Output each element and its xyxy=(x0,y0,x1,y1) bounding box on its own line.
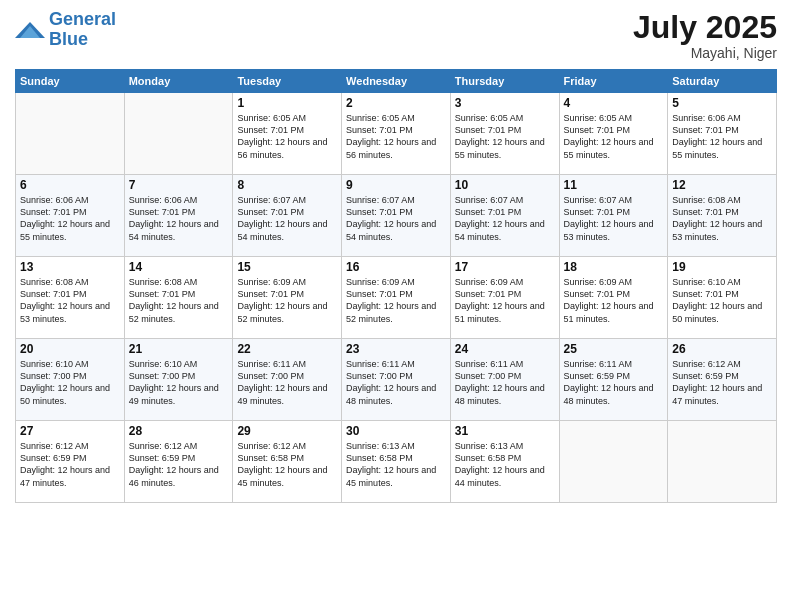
day-number: 20 xyxy=(20,342,120,356)
day-number: 19 xyxy=(672,260,772,274)
day-number: 2 xyxy=(346,96,446,110)
calendar-cell: 13Sunrise: 6:08 AM Sunset: 7:01 PM Dayli… xyxy=(16,257,125,339)
day-info: Sunrise: 6:08 AM Sunset: 7:01 PM Dayligh… xyxy=(20,276,120,325)
day-number: 13 xyxy=(20,260,120,274)
calendar-cell: 30Sunrise: 6:13 AM Sunset: 6:58 PM Dayli… xyxy=(342,421,451,503)
calendar-cell: 22Sunrise: 6:11 AM Sunset: 7:00 PM Dayli… xyxy=(233,339,342,421)
day-number: 16 xyxy=(346,260,446,274)
day-number: 3 xyxy=(455,96,555,110)
day-number: 4 xyxy=(564,96,664,110)
logo-text: General Blue xyxy=(49,10,116,50)
calendar-cell: 14Sunrise: 6:08 AM Sunset: 7:01 PM Dayli… xyxy=(124,257,233,339)
day-number: 26 xyxy=(672,342,772,356)
day-number: 11 xyxy=(564,178,664,192)
day-info: Sunrise: 6:11 AM Sunset: 7:00 PM Dayligh… xyxy=(237,358,337,407)
day-number: 25 xyxy=(564,342,664,356)
calendar-cell: 4Sunrise: 6:05 AM Sunset: 7:01 PM Daylig… xyxy=(559,93,668,175)
day-number: 8 xyxy=(237,178,337,192)
calendar-cell: 31Sunrise: 6:13 AM Sunset: 6:58 PM Dayli… xyxy=(450,421,559,503)
day-number: 24 xyxy=(455,342,555,356)
calendar-cell: 27Sunrise: 6:12 AM Sunset: 6:59 PM Dayli… xyxy=(16,421,125,503)
col-wednesday: Wednesday xyxy=(342,70,451,93)
day-info: Sunrise: 6:11 AM Sunset: 6:59 PM Dayligh… xyxy=(564,358,664,407)
day-info: Sunrise: 6:09 AM Sunset: 7:01 PM Dayligh… xyxy=(455,276,555,325)
month-year: July 2025 xyxy=(633,10,777,45)
calendar-cell: 16Sunrise: 6:09 AM Sunset: 7:01 PM Dayli… xyxy=(342,257,451,339)
calendar-cell: 23Sunrise: 6:11 AM Sunset: 7:00 PM Dayli… xyxy=(342,339,451,421)
calendar-cell: 19Sunrise: 6:10 AM Sunset: 7:01 PM Dayli… xyxy=(668,257,777,339)
day-number: 12 xyxy=(672,178,772,192)
calendar-cell: 24Sunrise: 6:11 AM Sunset: 7:00 PM Dayli… xyxy=(450,339,559,421)
calendar-cell: 21Sunrise: 6:10 AM Sunset: 7:00 PM Dayli… xyxy=(124,339,233,421)
day-info: Sunrise: 6:05 AM Sunset: 7:01 PM Dayligh… xyxy=(564,112,664,161)
calendar-cell: 8Sunrise: 6:07 AM Sunset: 7:01 PM Daylig… xyxy=(233,175,342,257)
day-info: Sunrise: 6:12 AM Sunset: 6:59 PM Dayligh… xyxy=(129,440,229,489)
calendar-cell: 5Sunrise: 6:06 AM Sunset: 7:01 PM Daylig… xyxy=(668,93,777,175)
day-number: 17 xyxy=(455,260,555,274)
day-info: Sunrise: 6:07 AM Sunset: 7:01 PM Dayligh… xyxy=(564,194,664,243)
calendar-cell: 17Sunrise: 6:09 AM Sunset: 7:01 PM Dayli… xyxy=(450,257,559,339)
day-number: 15 xyxy=(237,260,337,274)
day-info: Sunrise: 6:09 AM Sunset: 7:01 PM Dayligh… xyxy=(564,276,664,325)
title-block: July 2025 Mayahi, Niger xyxy=(633,10,777,61)
day-info: Sunrise: 6:07 AM Sunset: 7:01 PM Dayligh… xyxy=(346,194,446,243)
calendar-cell: 12Sunrise: 6:08 AM Sunset: 7:01 PM Dayli… xyxy=(668,175,777,257)
day-number: 30 xyxy=(346,424,446,438)
calendar-cell xyxy=(16,93,125,175)
day-info: Sunrise: 6:11 AM Sunset: 7:00 PM Dayligh… xyxy=(346,358,446,407)
logo-icon xyxy=(15,18,45,42)
day-info: Sunrise: 6:12 AM Sunset: 6:59 PM Dayligh… xyxy=(672,358,772,407)
day-info: Sunrise: 6:09 AM Sunset: 7:01 PM Dayligh… xyxy=(237,276,337,325)
calendar-cell: 6Sunrise: 6:06 AM Sunset: 7:01 PM Daylig… xyxy=(16,175,125,257)
day-info: Sunrise: 6:11 AM Sunset: 7:00 PM Dayligh… xyxy=(455,358,555,407)
day-number: 27 xyxy=(20,424,120,438)
day-number: 21 xyxy=(129,342,229,356)
calendar-cell: 9Sunrise: 6:07 AM Sunset: 7:01 PM Daylig… xyxy=(342,175,451,257)
day-info: Sunrise: 6:07 AM Sunset: 7:01 PM Dayligh… xyxy=(455,194,555,243)
col-thursday: Thursday xyxy=(450,70,559,93)
calendar-cell: 3Sunrise: 6:05 AM Sunset: 7:01 PM Daylig… xyxy=(450,93,559,175)
day-info: Sunrise: 6:08 AM Sunset: 7:01 PM Dayligh… xyxy=(129,276,229,325)
calendar-cell xyxy=(124,93,233,175)
day-info: Sunrise: 6:12 AM Sunset: 6:59 PM Dayligh… xyxy=(20,440,120,489)
day-info: Sunrise: 6:06 AM Sunset: 7:01 PM Dayligh… xyxy=(20,194,120,243)
location: Mayahi, Niger xyxy=(633,45,777,61)
col-tuesday: Tuesday xyxy=(233,70,342,93)
col-friday: Friday xyxy=(559,70,668,93)
header: General Blue July 2025 Mayahi, Niger xyxy=(15,10,777,61)
day-info: Sunrise: 6:07 AM Sunset: 7:01 PM Dayligh… xyxy=(237,194,337,243)
calendar-week-2: 6Sunrise: 6:06 AM Sunset: 7:01 PM Daylig… xyxy=(16,175,777,257)
day-info: Sunrise: 6:06 AM Sunset: 7:01 PM Dayligh… xyxy=(129,194,229,243)
calendar-header: Sunday Monday Tuesday Wednesday Thursday… xyxy=(16,70,777,93)
calendar-cell: 20Sunrise: 6:10 AM Sunset: 7:00 PM Dayli… xyxy=(16,339,125,421)
day-number: 10 xyxy=(455,178,555,192)
day-info: Sunrise: 6:10 AM Sunset: 7:01 PM Dayligh… xyxy=(672,276,772,325)
day-info: Sunrise: 6:12 AM Sunset: 6:58 PM Dayligh… xyxy=(237,440,337,489)
day-number: 5 xyxy=(672,96,772,110)
day-number: 9 xyxy=(346,178,446,192)
col-saturday: Saturday xyxy=(668,70,777,93)
day-info: Sunrise: 6:08 AM Sunset: 7:01 PM Dayligh… xyxy=(672,194,772,243)
header-row: Sunday Monday Tuesday Wednesday Thursday… xyxy=(16,70,777,93)
calendar-cell: 15Sunrise: 6:09 AM Sunset: 7:01 PM Dayli… xyxy=(233,257,342,339)
day-number: 14 xyxy=(129,260,229,274)
day-number: 29 xyxy=(237,424,337,438)
calendar-cell: 7Sunrise: 6:06 AM Sunset: 7:01 PM Daylig… xyxy=(124,175,233,257)
calendar-table: Sunday Monday Tuesday Wednesday Thursday… xyxy=(15,69,777,503)
calendar-cell: 25Sunrise: 6:11 AM Sunset: 6:59 PM Dayli… xyxy=(559,339,668,421)
calendar-body: 1Sunrise: 6:05 AM Sunset: 7:01 PM Daylig… xyxy=(16,93,777,503)
day-number: 22 xyxy=(237,342,337,356)
calendar-week-3: 13Sunrise: 6:08 AM Sunset: 7:01 PM Dayli… xyxy=(16,257,777,339)
day-info: Sunrise: 6:06 AM Sunset: 7:01 PM Dayligh… xyxy=(672,112,772,161)
page-container: General Blue July 2025 Mayahi, Niger Sun… xyxy=(0,0,792,612)
calendar-cell: 10Sunrise: 6:07 AM Sunset: 7:01 PM Dayli… xyxy=(450,175,559,257)
day-number: 7 xyxy=(129,178,229,192)
day-info: Sunrise: 6:05 AM Sunset: 7:01 PM Dayligh… xyxy=(455,112,555,161)
day-number: 18 xyxy=(564,260,664,274)
day-info: Sunrise: 6:13 AM Sunset: 6:58 PM Dayligh… xyxy=(455,440,555,489)
calendar-cell: 18Sunrise: 6:09 AM Sunset: 7:01 PM Dayli… xyxy=(559,257,668,339)
day-info: Sunrise: 6:05 AM Sunset: 7:01 PM Dayligh… xyxy=(346,112,446,161)
day-info: Sunrise: 6:10 AM Sunset: 7:00 PM Dayligh… xyxy=(129,358,229,407)
day-info: Sunrise: 6:09 AM Sunset: 7:01 PM Dayligh… xyxy=(346,276,446,325)
calendar-cell: 26Sunrise: 6:12 AM Sunset: 6:59 PM Dayli… xyxy=(668,339,777,421)
